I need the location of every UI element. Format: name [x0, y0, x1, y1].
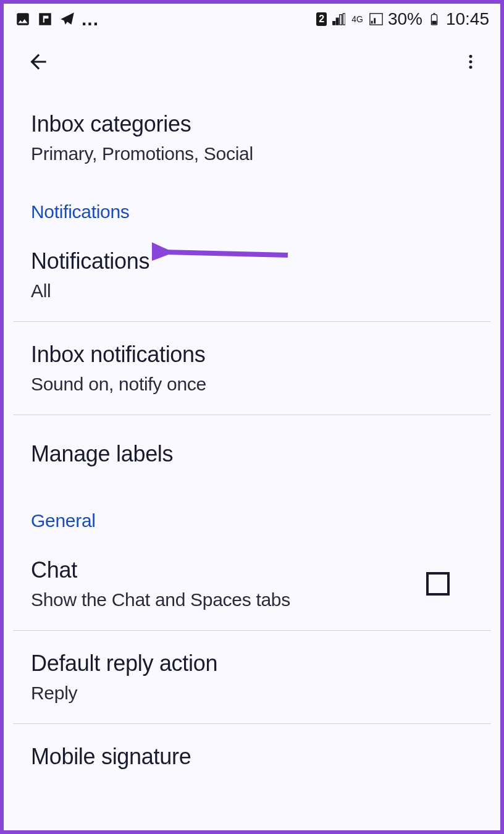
divider: [14, 723, 490, 724]
divider: [14, 321, 490, 322]
setting-title: Mobile signature: [31, 744, 473, 770]
svg-rect-1: [432, 21, 436, 25]
divider: [14, 630, 490, 631]
setting-title: Inbox notifications: [31, 342, 473, 368]
setting-title: Default reply action: [31, 651, 473, 676]
more-vert-icon: [461, 53, 480, 71]
setting-title: Chat: [31, 557, 426, 583]
chat-checkbox[interactable]: [426, 572, 450, 596]
battery-icon: [427, 12, 441, 26]
manage-labels-item[interactable]: Manage labels: [4, 419, 500, 489]
setting-subtitle: Reply: [31, 683, 473, 704]
setting-subtitle: Sound on, notify once: [31, 374, 473, 395]
notifications-section-header: Notifications: [4, 180, 500, 232]
svg-point-4: [469, 65, 472, 69]
setting-title: Manage labels: [31, 441, 473, 467]
network-type: 4G: [351, 14, 363, 24]
divider: [14, 415, 490, 415]
clock-time: 10:45: [446, 9, 489, 29]
setting-title: Notifications: [31, 248, 473, 274]
setting-subtitle: All: [31, 280, 473, 301]
default-reply-item[interactable]: Default reply action Reply: [4, 634, 500, 720]
inbox-categories-item[interactable]: Inbox categories Primary, Promotions, So…: [4, 86, 500, 180]
status-bar-right: 2 4G 30% 10:45: [316, 9, 489, 29]
chat-text: Chat Show the Chat and Spaces tabs: [31, 557, 426, 610]
ellipsis-icon: ...: [82, 9, 99, 30]
arrow-back-icon: [27, 50, 50, 74]
battery-percent: 30%: [388, 9, 422, 29]
app-bar: [4, 35, 500, 86]
flipboard-icon: [37, 11, 53, 27]
signal-icon: [332, 12, 345, 26]
back-button[interactable]: [26, 49, 51, 74]
more-options-button[interactable]: [458, 49, 483, 74]
image-icon: [15, 11, 31, 27]
notifications-item[interactable]: Notifications All: [4, 232, 500, 318]
telegram-icon: [59, 11, 75, 27]
setting-subtitle: Show the Chat and Spaces tabs: [31, 589, 426, 610]
status-bar-left: ...: [15, 9, 99, 30]
signal-icon-2: [369, 12, 383, 26]
mobile-signature-item[interactable]: Mobile signature: [4, 728, 500, 792]
sim-badge: 2: [316, 12, 327, 26]
status-bar: ... 2 4G 30% 10:45: [4, 4, 500, 35]
general-section-header: General: [4, 489, 500, 541]
setting-subtitle: Primary, Promotions, Social: [31, 143, 473, 164]
setting-title: Inbox categories: [31, 111, 473, 137]
settings-content: Inbox categories Primary, Promotions, So…: [4, 86, 500, 792]
svg-point-3: [469, 61, 472, 64]
svg-point-2: [469, 55, 472, 58]
chat-toggle-item[interactable]: Chat Show the Chat and Spaces tabs: [4, 541, 500, 626]
inbox-notifications-item[interactable]: Inbox notifications Sound on, notify onc…: [4, 326, 500, 411]
